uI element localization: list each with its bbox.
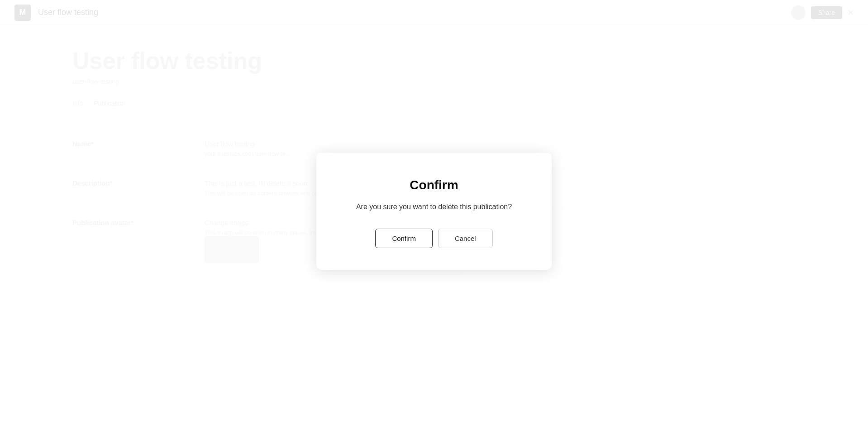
modal-message: Are you sure you want to delete this pub… xyxy=(356,201,512,212)
modal-overlay: Confirm Are you sure you want to delete … xyxy=(0,0,868,422)
cancel-button[interactable]: Cancel xyxy=(438,229,493,248)
modal-title: Confirm xyxy=(410,178,458,192)
confirm-button[interactable]: Confirm xyxy=(375,229,433,248)
modal-actions: Confirm Cancel xyxy=(375,229,492,248)
confirm-modal: Confirm Are you sure you want to delete … xyxy=(316,153,552,270)
